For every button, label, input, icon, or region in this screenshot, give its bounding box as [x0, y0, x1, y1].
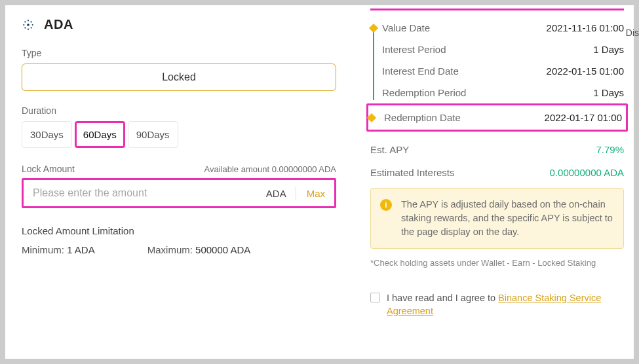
svg-point-7 — [24, 27, 26, 28]
value-date-value: 2021-11-16 01:00 — [547, 22, 624, 33]
diamond-icon — [369, 24, 378, 33]
interest-end-label: Interest End Date — [382, 65, 459, 77]
apy-info-box: i The APY is adjusted daily based on the… — [370, 188, 624, 249]
value-date-label: Value Date — [382, 22, 430, 33]
agreement-row: I have read and I agree to Binance Staki… — [370, 291, 624, 318]
timeline-value-date: Value Date 2021-11-16 01:00 — [382, 17, 624, 39]
limitation-title: Locked Amount Limitation — [22, 225, 336, 236]
agreement-prefix: I have read and I agree to — [387, 293, 498, 303]
apy-value: 7.79% — [596, 144, 624, 155]
apy-label: Est. APY — [370, 144, 409, 155]
diamond-icon — [367, 113, 376, 122]
timeline-interest-end: Interest End Date 2022-01-15 01:00 — [382, 60, 624, 82]
est-interests-label: Estimated Interests — [370, 167, 454, 178]
duration-option-90[interactable]: 90Days — [128, 121, 178, 148]
footnote: *Check holding assets under Wallet - Ear… — [370, 258, 624, 268]
lock-amount-symbol: ADA — [257, 188, 296, 199]
max-value: 500000 ADA — [195, 244, 250, 255]
agreement-checkbox[interactable] — [370, 293, 380, 302]
max-button[interactable]: Max — [296, 188, 325, 199]
timeline: Value Date 2021-11-16 01:00 Interest Per… — [370, 17, 624, 132]
svg-point-5 — [24, 21, 26, 22]
lock-amount-label: Lock Amount — [22, 164, 75, 174]
type-option-locked[interactable]: Locked — [22, 64, 336, 91]
svg-point-6 — [31, 21, 32, 22]
min-value: 1 ADA — [67, 244, 95, 255]
svg-point-2 — [28, 28, 29, 29]
lock-amount-header: Lock Amount Available amount 0.00000000 … — [22, 164, 336, 174]
info-text: The APY is adjusted daily based on the o… — [401, 199, 613, 237]
duration-label: Duration — [22, 105, 336, 116]
limitation-values: Minimum: 1 ADA Maximum: 500000 ADA — [22, 244, 336, 255]
coin-header: ADA — [22, 17, 336, 32]
duration-option-60[interactable]: 60Days — [75, 121, 125, 148]
ada-icon — [22, 18, 35, 31]
svg-point-0 — [27, 24, 29, 26]
svg-point-1 — [28, 20, 29, 21]
type-label: Type — [22, 48, 336, 58]
right-column: Value Date 2021-11-16 01:00 Interest Per… — [351, 17, 624, 359]
svg-point-3 — [23, 24, 24, 25]
left-column: ADA Type Locked Duration 30Days 60Days 9… — [22, 17, 351, 359]
est-interests-value: 0.00000000 ADA — [550, 167, 624, 178]
interest-period-label: Interest Period — [382, 44, 446, 55]
max-label: Maximum: — [147, 244, 193, 255]
stat-apy: Est. APY 7.79% — [370, 138, 624, 161]
info-icon: i — [380, 199, 392, 211]
redemption-highlight: Redemption Date 2022-01-17 01:00 — [366, 103, 628, 132]
duration-options: 30Days 60Days 90Days — [22, 121, 336, 148]
interest-end-value: 2022-01-15 01:00 — [547, 65, 624, 77]
timeline-interest-period: Interest Period 1 Days — [382, 39, 624, 60]
min-label: Minimum: — [22, 244, 64, 255]
svg-point-4 — [32, 24, 33, 25]
redemption-date-value: 2022-01-17 01:00 — [545, 112, 622, 123]
redemption-period-label: Redemption Period — [382, 87, 466, 98]
timeline-line — [373, 27, 374, 100]
duration-option-30[interactable]: 30Days — [22, 121, 72, 148]
right-edge-fragment: Dis — [626, 27, 639, 38]
redemption-date-label: Redemption Date — [384, 112, 461, 123]
available-amount: Available amount 0.00000000 ADA — [204, 164, 336, 174]
staking-modal: ADA Type Locked Duration 30Days 60Days 9… — [5, 5, 634, 359]
svg-point-8 — [31, 27, 32, 28]
lock-amount-input[interactable] — [33, 187, 257, 199]
timeline-redemption-period: Redemption Period 1 Days — [382, 82, 624, 103]
lock-amount-input-box: ADA Max — [22, 178, 336, 208]
stat-est-interests: Estimated Interests 0.00000000 ADA — [370, 161, 624, 184]
top-highlight-marker — [370, 5, 624, 10]
redemption-period-value: 1 Days — [593, 87, 624, 98]
coin-name: ADA — [44, 17, 73, 32]
interest-period-value: 1 Days — [593, 44, 624, 55]
timeline-redemption-date: Redemption Date 2022-01-17 01:00 — [384, 107, 622, 128]
